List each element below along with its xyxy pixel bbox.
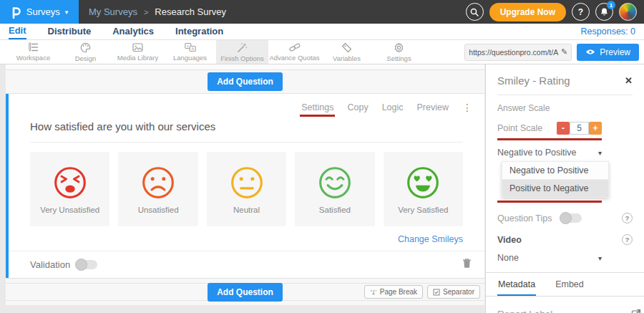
survey-url-box: ✎ <box>464 44 572 61</box>
breadcrumb: My Surveys > Research Survey <box>89 6 226 17</box>
chevron-down-icon: ▾ <box>598 149 602 157</box>
smiley-option-neutral[interactable]: Neutral <box>207 152 286 226</box>
point-scale-stepper: - 5 + <box>557 122 602 135</box>
toolbar-item-settings[interactable]: Settings <box>373 40 425 64</box>
kebab-menu-icon[interactable]: ⋮ <box>462 102 473 113</box>
delete-question-button[interactable] <box>462 258 472 271</box>
toolbar-item-finish-options[interactable]: Finish Options <box>216 40 268 64</box>
question-settings-panel: Smiley - Rating ✕ Answer Scale Point Sca… <box>485 64 644 313</box>
add-question-button-top[interactable]: Add Question <box>208 72 283 91</box>
breadcrumb-my-surveys[interactable]: My Surveys <box>89 6 137 17</box>
question-action-settings[interactable]: Settings <box>301 102 333 112</box>
video-select[interactable]: None ▾ <box>497 253 602 263</box>
topbar-actions: Upgrade Now ? 1 <box>466 3 637 21</box>
panel-header: Smiley - Rating ✕ <box>497 74 633 87</box>
report-label-row <box>497 309 633 313</box>
video-value: None <box>497 253 519 263</box>
question-title[interactable]: How satisfied are you with our services <box>30 120 463 133</box>
gear-icon <box>394 42 404 53</box>
unsatisfied-smiley-icon <box>140 165 176 201</box>
responses-count[interactable]: Responses: 0 <box>581 27 635 37</box>
validation-label: Validation <box>30 259 70 270</box>
smiley-option-unsatisfied[interactable]: Unsatisfied <box>118 152 197 226</box>
page-break-icon <box>370 289 377 296</box>
edit-url-icon[interactable]: ✎ <box>561 47 567 57</box>
notification-badge: 1 <box>607 1 615 9</box>
open-external-icon[interactable] <box>631 309 641 313</box>
toolbar-item-variables[interactable]: Variables <box>321 40 373 64</box>
separator-checkbox-icon <box>433 289 440 296</box>
answer-scale-heading: Answer Scale <box>497 103 633 113</box>
product-menu-label: Surveys <box>26 6 60 17</box>
toolbar-item-workspace[interactable]: Workspace <box>7 40 59 64</box>
annotation-underline-point-scale <box>497 138 602 140</box>
panel-tabs: Metadata Embed <box>486 273 644 297</box>
scale-direction-select[interactable]: Negative to Positive ▾ <box>497 148 602 158</box>
smiley-option-very-unsatisfied[interactable]: Very Unsatisfied <box>30 152 109 226</box>
video-help-icon[interactable]: ? <box>622 234 633 245</box>
survey-canvas: Add Question Settings Copy Logic Preview… <box>0 64 485 313</box>
search-button[interactable] <box>466 3 484 21</box>
add-question-band-top: Add Question <box>6 70 484 94</box>
survey-url-input[interactable] <box>469 48 561 57</box>
magic-wand-icon <box>237 42 248 53</box>
scale-direction-dropdown: Negative to Positive Positive to Negativ… <box>502 161 609 198</box>
close-panel-button[interactable]: ✕ <box>625 75 633 86</box>
validation-toggle[interactable] <box>76 260 97 269</box>
launch-icon <box>631 309 641 313</box>
toolbar-item-languages[interactable]: x A Languages <box>164 40 216 64</box>
smiley-option-very-satisfied[interactable]: Very Satisfied <box>384 152 463 226</box>
toolbar-item-design[interactable]: Design <box>59 40 112 64</box>
question-tips-label: Question Tips <box>497 213 560 223</box>
tab-metadata[interactable]: Metadata <box>497 273 536 296</box>
video-row: Video ? <box>497 234 633 245</box>
question-tips-toggle[interactable] <box>560 213 582 223</box>
upgrade-now-button[interactable]: Upgrade Now <box>489 3 566 21</box>
editor-toolbar: Workspace Design Media Library x A <box>0 40 644 64</box>
survey-nav: Edit Distribute Analytics Integration Re… <box>0 24 644 40</box>
questionpro-survey-editor: Surveys ▾ My Surveys > Research Survey U… <box>0 0 644 313</box>
question-action-preview[interactable]: Preview <box>417 102 449 112</box>
tab-embed[interactable]: Embed <box>555 273 585 296</box>
panel-divider-top <box>497 95 633 95</box>
decrease-points-button[interactable]: - <box>557 122 570 135</box>
user-avatar[interactable] <box>619 3 637 21</box>
question-card: Settings Copy Logic Preview ⋮ How satisf… <box>6 94 484 278</box>
page-break-button[interactable]: Page Break <box>364 285 423 299</box>
eye-icon <box>585 49 595 55</box>
increase-points-button[interactable]: + <box>589 122 602 135</box>
question-action-logic[interactable]: Logic <box>382 102 404 112</box>
tab-distribute[interactable]: Distribute <box>48 24 92 39</box>
preview-button[interactable]: Preview <box>577 44 639 61</box>
help-button[interactable]: ? <box>572 3 590 21</box>
point-scale-row: Point Scale - 5 + <box>497 122 602 135</box>
satisfied-smiley-icon <box>317 165 353 201</box>
smiley-option-satisfied[interactable]: Satisfied <box>295 152 374 226</box>
point-scale-label: Point Scale <box>497 123 542 133</box>
change-smileys-link[interactable]: Change Smileys <box>398 234 463 244</box>
option-negative-to-positive[interactable]: Negative to Positive <box>502 162 608 179</box>
palette-icon <box>80 42 91 53</box>
top-bar: Surveys ▾ My Surveys > Research Survey U… <box>0 0 644 24</box>
question-action-copy[interactable]: Copy <box>347 102 368 112</box>
notifications-button[interactable]: 1 <box>595 3 613 21</box>
image-icon <box>132 42 143 52</box>
add-question-button-bottom[interactable]: Add Question <box>208 283 283 302</box>
bell-icon <box>600 7 609 16</box>
point-scale-value[interactable]: 5 <box>570 122 589 135</box>
separator-button[interactable]: Separator <box>427 285 480 299</box>
toolbar-item-media-library[interactable]: Media Library <box>112 40 164 64</box>
video-label: Video <box>497 235 522 245</box>
question-title-wrap: How satisfied are you with our services <box>30 120 463 143</box>
tab-edit[interactable]: Edit <box>9 24 26 39</box>
question-tips-help-icon[interactable]: ? <box>622 213 633 223</box>
tab-integration[interactable]: Integration <box>175 24 223 39</box>
option-positive-to-negative[interactable]: Positive to Negative <box>502 179 608 197</box>
chevron-down-icon: ▾ <box>65 9 69 16</box>
breadcrumb-separator: > <box>144 8 148 16</box>
trash-icon <box>462 258 472 269</box>
report-label-input[interactable] <box>497 309 624 313</box>
tab-analytics[interactable]: Analytics <box>112 24 154 39</box>
toolbar-item-advance-quotas[interactable]: Advance Quotas <box>268 40 321 64</box>
product-menu[interactable]: Surveys ▾ <box>0 0 79 24</box>
